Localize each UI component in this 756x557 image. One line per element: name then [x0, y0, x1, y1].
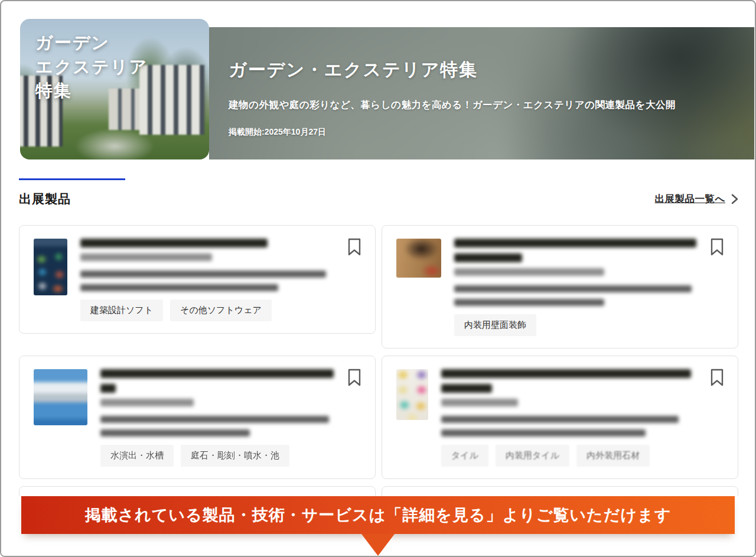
- bookmark-icon[interactable]: [708, 368, 726, 388]
- hero-thumbnail-title: ガーデン エクステリア 特集: [35, 31, 148, 103]
- bookmark-icon[interactable]: [346, 237, 363, 258]
- thumbnail-building-right: [139, 65, 204, 135]
- product-card-4[interactable]: タイル 内装用タイル 内外装用石材: [382, 356, 738, 479]
- product-title-blurred[interactable]: [441, 369, 691, 378]
- bookmark-icon[interactable]: [708, 237, 726, 258]
- hero-text-block: ガーデン・エクステリア特集 建物の外観や庭の彩りなど、暮らしの魅力を高める！ガー…: [229, 58, 731, 138]
- product-thumbnail-2: [396, 239, 441, 278]
- product-description-blurred: [80, 284, 278, 291]
- category-tag: 建築設計ソフト: [80, 299, 163, 321]
- product-card-3[interactable]: 水演出・水槽 庭石・彫刻・噴水・池: [19, 356, 376, 479]
- product-description-blurred: [454, 299, 604, 306]
- product-thumbnail-1: [34, 239, 67, 295]
- thumbnail-title-line-1: ガーデン: [35, 31, 148, 55]
- thumbnail-title-line-3: 特集: [35, 79, 148, 103]
- company-name-blurred: [100, 399, 194, 406]
- product-description-blurred: [100, 429, 250, 437]
- category-tag: 水演出・水槽: [100, 445, 174, 467]
- product-card-1[interactable]: 建築設計ソフト その他ソフトウェア: [19, 225, 376, 334]
- product-description-blurred: [441, 416, 679, 423]
- product-card-2[interactable]: 内装用壁面装飾: [382, 225, 738, 348]
- category-tag: その他ソフトウェア: [170, 299, 272, 321]
- company-name-blurred: [454, 268, 604, 276]
- footer-cover: 掲載されている製品・技術・サービスは「詳細を見る」よりご覧いただけます: [1, 496, 755, 556]
- notice-banner: 掲載されている製品・技術・サービスは「詳細を見る」よりご覧いただけます: [21, 496, 735, 534]
- thumbnail-title-line-2: エクステリア: [35, 55, 148, 79]
- product-title-blurred[interactable]: [441, 384, 492, 393]
- section-title: 出展製品: [19, 191, 71, 207]
- publication-date: 掲載開始:2025年10月27日: [229, 127, 731, 138]
- products-section-header: 出展製品 出展製品一覧へ: [19, 178, 738, 207]
- category-tag: 内装用壁面装飾: [454, 314, 536, 336]
- product-title-blurred[interactable]: [454, 253, 522, 262]
- product-title-blurred[interactable]: [454, 239, 696, 247]
- company-name-blurred: [441, 399, 518, 406]
- tag-list: タイル 内装用タイル 内外装用石材: [441, 445, 696, 467]
- tag-list: 内装用壁面装飾: [454, 314, 696, 336]
- notice-banner-pointer: [361, 534, 395, 556]
- page-title: ガーデン・エクステリア特集: [229, 58, 731, 82]
- hero-section: ガーデン エクステリア 特集 ガーデン・エクステリア特集 建物の外観や庭の彩りな…: [1, 1, 755, 159]
- product-thumbnail-4: [396, 369, 428, 420]
- product-description-blurred: [80, 271, 326, 278]
- hero-thumbnail: ガーデン エクステリア 特集: [20, 19, 209, 159]
- chevron-right-icon: [731, 194, 738, 204]
- company-name-blurred: [80, 253, 212, 261]
- category-tag: タイル: [441, 445, 488, 467]
- category-tag: 内外装用石材: [576, 445, 650, 467]
- product-description-blurred: [100, 416, 329, 423]
- product-title-blurred[interactable]: [100, 384, 116, 393]
- view-all-label: 出展製品一覧へ: [655, 193, 725, 206]
- section-accent-line: [19, 178, 125, 180]
- tag-list: 建築設計ソフト その他ソフトウェア: [80, 299, 334, 321]
- product-description-blurred: [454, 285, 692, 292]
- product-title-blurred[interactable]: [100, 369, 334, 378]
- view-all-products-link[interactable]: 出展製品一覧へ: [655, 193, 738, 206]
- tag-list: 水演出・水槽 庭石・彫刻・噴水・池: [100, 445, 334, 467]
- category-tag: 庭石・彫刻・噴水・池: [181, 445, 289, 467]
- product-thumbnail-3: [34, 369, 87, 425]
- notice-banner-text: 掲載されている製品・技術・サービスは「詳細を見る」よりご覧いただけます: [85, 504, 672, 526]
- category-tag: 内装用タイル: [496, 445, 569, 467]
- product-title-blurred[interactable]: [80, 239, 268, 247]
- page-subtitle: 建物の外観や庭の彩りなど、暮らしの魅力を高める！ガーデン・エクステリアの関連製品…: [229, 99, 731, 112]
- product-description-blurred: [441, 429, 646, 437]
- bookmark-icon[interactable]: [346, 368, 363, 388]
